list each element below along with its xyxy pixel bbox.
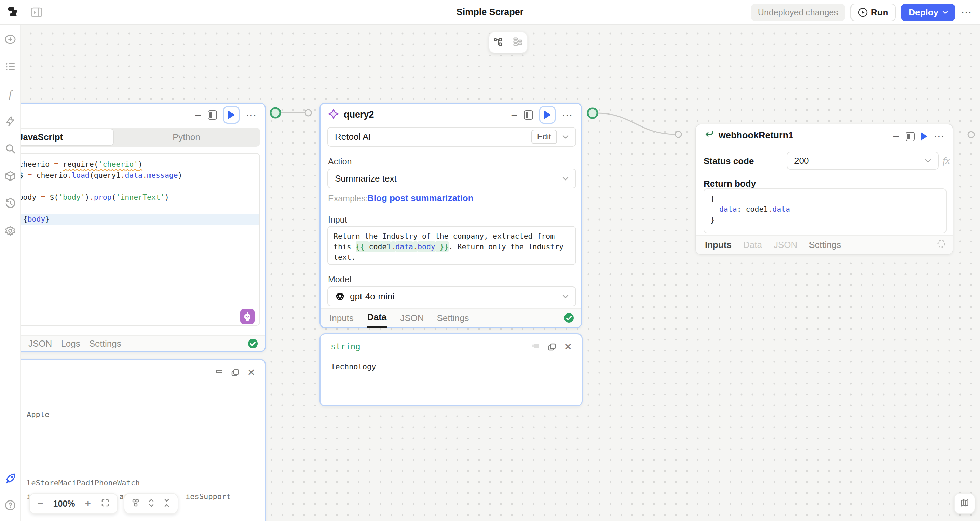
node-menu-icon[interactable]: ⋯: [562, 109, 573, 120]
pending-spinner-icon: [937, 239, 946, 250]
input-label: Input: [328, 215, 347, 225]
list-view-icon[interactable]: [512, 37, 523, 48]
tab-data[interactable]: Data: [367, 308, 387, 328]
panel-actions: ✕: [531, 343, 572, 351]
copy-icon[interactable]: [231, 368, 240, 377]
minimize-icon[interactable]: −: [511, 109, 518, 121]
node-menu-icon[interactable]: ⋯: [246, 109, 257, 120]
play-icon: [544, 111, 551, 119]
expand-raw-icon[interactable]: [215, 368, 223, 377]
result-type-label: string: [331, 342, 361, 351]
run-button[interactable]: Run: [851, 4, 896, 21]
tab-logs[interactable]: Logs: [61, 338, 80, 349]
code-line-active: return {body}: [0, 213, 259, 225]
action-select[interactable]: Summarize text: [327, 169, 576, 188]
openai-logo-icon: [335, 291, 345, 301]
ai-sparkle-icon: [328, 108, 339, 121]
string-result-panel: string ✕ Technology: [320, 333, 582, 406]
query2-title: query2: [344, 109, 374, 120]
fx-toggle-icon[interactable]: fx: [943, 155, 950, 166]
success-check-icon: [564, 313, 574, 323]
minimize-icon[interactable]: −: [892, 131, 899, 142]
code-line: const $ = cheerio.load(query1.data.messa…: [0, 170, 259, 181]
status-code-value: 200: [794, 156, 809, 166]
return-body-editor[interactable]: { data: code1.data }: [703, 188, 947, 234]
map-icon: [960, 498, 969, 509]
deploy-button[interactable]: Deploy: [901, 4, 955, 21]
chevron-down-icon: [925, 159, 931, 163]
open-panel-icon[interactable]: [208, 110, 217, 119]
tab-settings[interactable]: Settings: [809, 240, 841, 250]
code-line: {: [710, 193, 946, 204]
run-node-button[interactable]: [539, 106, 555, 124]
chevron-down-icon: [562, 135, 569, 139]
undeployed-changes-badge: Undeployed changes: [751, 4, 845, 21]
code-editor[interactable]: const cheerio = require('cheerio') const…: [0, 153, 260, 326]
ai-input-field[interactable]: Return the Industry of the company, extr…: [327, 226, 576, 265]
copy-icon[interactable]: [548, 343, 557, 351]
tab-settings[interactable]: Settings: [89, 338, 121, 349]
return-arrow-icon: [703, 129, 714, 141]
zoom-out-icon[interactable]: −: [37, 498, 43, 509]
triggers-icon[interactable]: [5, 116, 16, 127]
minimap-button[interactable]: [954, 493, 975, 514]
tab-inputs[interactable]: Inputs: [329, 313, 354, 323]
minimize-icon[interactable]: −: [195, 109, 202, 121]
top-bar: Simple Scraper Undeployed changes Run De…: [0, 0, 980, 25]
history-icon[interactable]: [5, 198, 16, 209]
tab-data[interactable]: Data: [743, 240, 762, 250]
run-node-button[interactable]: [223, 106, 240, 124]
robot-icon: [243, 311, 252, 322]
open-panel-icon[interactable]: [905, 132, 915, 141]
tab-inputs[interactable]: Inputs: [705, 240, 732, 250]
expand-all-icon[interactable]: [147, 498, 156, 509]
resource-select[interactable]: Retool AI Edit: [327, 127, 576, 147]
zoom-toolbar: − 100% +: [29, 493, 118, 514]
functions-icon[interactable]: f: [5, 88, 16, 100]
code-line: data: code1.data: [710, 204, 946, 214]
more-options-icon[interactable]: ⋯: [961, 6, 972, 19]
model-label: Model: [328, 274, 351, 284]
resource-value: Retool AI: [335, 132, 371, 142]
layout-toolbar: [124, 493, 178, 514]
canvas-mode-toggle: [488, 32, 528, 53]
graph-view-icon[interactable]: [493, 37, 504, 48]
query2-node[interactable]: query2 − ⋯ Retool AI Edit Action Summari…: [320, 102, 582, 328]
webhook-footer: Inputs Data JSON Settings: [696, 235, 953, 254]
code-line: }: [710, 214, 946, 225]
examples-link[interactable]: Blog post summarization: [368, 193, 474, 203]
node-menu-icon[interactable]: ⋯: [934, 131, 945, 142]
code-node[interactable]: − ⋯ JavaScript Python const cheerio = re…: [0, 102, 266, 352]
run-node-button[interactable]: [921, 132, 928, 140]
search-icon[interactable]: [5, 143, 16, 155]
fit-view-icon[interactable]: [101, 499, 110, 509]
close-icon[interactable]: ✕: [564, 343, 572, 351]
play-icon: [228, 111, 235, 119]
open-panel-icon[interactable]: [524, 110, 533, 119]
resources-icon[interactable]: [5, 170, 16, 182]
model-select[interactable]: gpt-4o-mini: [327, 287, 576, 306]
zoom-level[interactable]: 100%: [53, 499, 75, 509]
tab-json[interactable]: JSON: [400, 313, 424, 323]
auto-layout-icon[interactable]: [132, 499, 140, 509]
collapse-all-icon[interactable]: [163, 498, 171, 509]
releases-rocket-icon[interactable]: [5, 473, 16, 484]
tab-settings[interactable]: Settings: [437, 313, 469, 323]
tab-python[interactable]: Python: [114, 129, 259, 146]
help-icon[interactable]: [5, 499, 16, 511]
status-code-select[interactable]: 200: [787, 152, 939, 170]
tab-json[interactable]: JSON: [29, 338, 52, 349]
outline-icon[interactable]: [5, 61, 16, 72]
tab-json[interactable]: JSON: [773, 240, 797, 250]
edit-resource-button[interactable]: Edit: [531, 129, 557, 144]
settings-icon[interactable]: [5, 225, 16, 237]
webhook-return-node[interactable]: webhookReturn1 − ⋯ Status code 200 fx Re…: [695, 124, 953, 255]
code-line: const cheerio = require('cheerio'): [0, 159, 259, 170]
expand-raw-icon[interactable]: [531, 343, 540, 351]
chevron-down-icon: [562, 295, 569, 298]
zoom-in-icon[interactable]: +: [85, 498, 91, 509]
ai-assistant-button[interactable]: [240, 309, 255, 324]
success-check-icon: [248, 338, 258, 349]
add-block-icon[interactable]: [5, 33, 16, 45]
close-icon[interactable]: ✕: [247, 368, 255, 377]
